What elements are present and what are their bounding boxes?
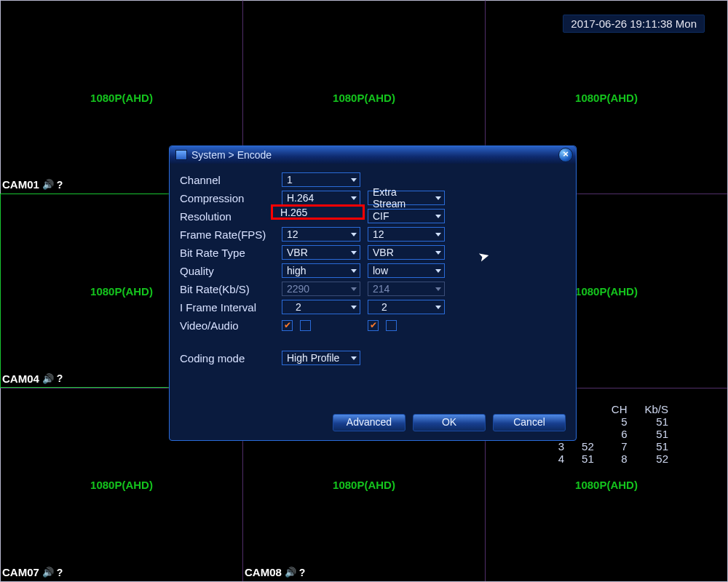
- chevron-down-icon: [351, 196, 357, 200]
- chevron-down-icon: [351, 233, 357, 236]
- extra-iframe-select[interactable]: 2: [368, 300, 445, 314]
- video-checkbox[interactable]: [282, 320, 293, 331]
- chevron-down-icon: [351, 306, 357, 309]
- help-icon: ?: [57, 179, 63, 191]
- label-resolution: Resolution: [180, 210, 282, 223]
- speaker-muted-icon: 🔊: [42, 373, 54, 384]
- extra-resolution-select[interactable]: CIF: [368, 209, 445, 223]
- dialog-title: System > Encode: [191, 149, 272, 161]
- chevron-down-icon: [351, 287, 357, 291]
- window-icon: [175, 150, 187, 160]
- camera-label: CAM07 🔊 ?: [2, 566, 63, 578]
- camera-resolution-label: 1080P(AHD): [575, 91, 638, 103]
- advanced-button[interactable]: Advanced: [333, 414, 405, 431]
- bitrate-select: 2290: [282, 282, 360, 296]
- extra-brtype-select[interactable]: VBR: [368, 245, 445, 260]
- label-quality: Quality: [180, 265, 282, 277]
- label-fps: Frame Rate(FPS): [180, 228, 282, 241]
- camera-label: CAM01 🔊 ?: [2, 178, 63, 191]
- extra-fps-select[interactable]: 12: [368, 227, 445, 242]
- help-icon: ?: [299, 567, 306, 578]
- chevron-down-icon: [351, 251, 357, 255]
- chevron-down-icon: [435, 196, 441, 200]
- label-brtype: Bit Rate Type: [180, 247, 282, 259]
- label-iframe: I Frame Interval: [180, 301, 282, 314]
- camera-label: CAM08 🔊 ?: [245, 566, 305, 578]
- camera-resolution-label: 1080P(AHD): [90, 284, 153, 297]
- camera-resolution-label: 1080P(AHD): [333, 479, 395, 491]
- channel-select[interactable]: 1: [282, 172, 360, 187]
- camera-resolution-label: 1080P(AHD): [575, 284, 638, 297]
- audio-checkbox[interactable]: [300, 320, 311, 331]
- speaker-muted-icon: 🔊: [285, 567, 296, 578]
- chevron-down-icon: [351, 269, 357, 273]
- extra-quality-select[interactable]: low: [368, 263, 445, 278]
- clock-panel: 2017-06-26 19:11:38 Mon: [563, 15, 705, 33]
- chevron-down-icon: [435, 306, 441, 309]
- label-bitrate: Bit Rate(Kb/S): [180, 283, 282, 295]
- encode-dialog: System > Encode × Channel 1 Compression …: [169, 146, 577, 441]
- extra-bitrate-select: 214: [368, 282, 445, 296]
- close-icon[interactable]: ×: [558, 148, 573, 162]
- camera-resolution-label: 1080P(AHD): [575, 479, 638, 491]
- dialog-titlebar[interactable]: System > Encode ×: [170, 146, 576, 164]
- iframe-select[interactable]: 2: [282, 300, 360, 314]
- camera-resolution-label: 1080P(AHD): [333, 91, 395, 103]
- camera-resolution-label: 1080P(AHD): [90, 479, 153, 491]
- chevron-down-icon: [435, 215, 441, 218]
- extra-stream-select[interactable]: Extra Stream: [368, 191, 445, 205]
- quality-select[interactable]: high: [282, 263, 360, 278]
- dialog-button-row: Advanced OK Cancel: [333, 414, 566, 431]
- compression-select[interactable]: H.264: [282, 191, 360, 205]
- label-compression: Compression: [180, 192, 282, 204]
- label-coding: Coding mode: [180, 352, 282, 364]
- chevron-down-icon: [351, 178, 357, 182]
- camera-resolution-label: 1080P(AHD): [90, 91, 153, 103]
- speaker-muted-icon: 🔊: [42, 567, 54, 578]
- speaker-muted-icon: 🔊: [42, 179, 54, 190]
- camera-label: CAM04 🔊 ?: [2, 372, 63, 385]
- compression-option-h265[interactable]: H.265: [271, 204, 365, 220]
- coding-mode-select[interactable]: High Profile: [282, 351, 360, 365]
- label-channel: Channel: [180, 174, 282, 186]
- extra-audio-checkbox[interactable]: [386, 320, 397, 331]
- label-video-audio: Video/Audio: [180, 319, 282, 332]
- chevron-down-icon: [435, 233, 441, 236]
- chevron-down-icon: [435, 287, 441, 291]
- chevron-down-icon: [435, 251, 441, 255]
- help-icon: ?: [57, 567, 63, 578]
- fps-select[interactable]: 12: [282, 227, 360, 242]
- chevron-down-icon: [351, 356, 357, 360]
- ok-button[interactable]: OK: [413, 414, 486, 431]
- cancel-button[interactable]: Cancel: [493, 414, 566, 431]
- chevron-down-icon: [435, 269, 441, 273]
- brtype-select[interactable]: VBR: [282, 245, 360, 260]
- extra-video-checkbox[interactable]: [368, 320, 379, 331]
- help-icon: ?: [57, 372, 63, 384]
